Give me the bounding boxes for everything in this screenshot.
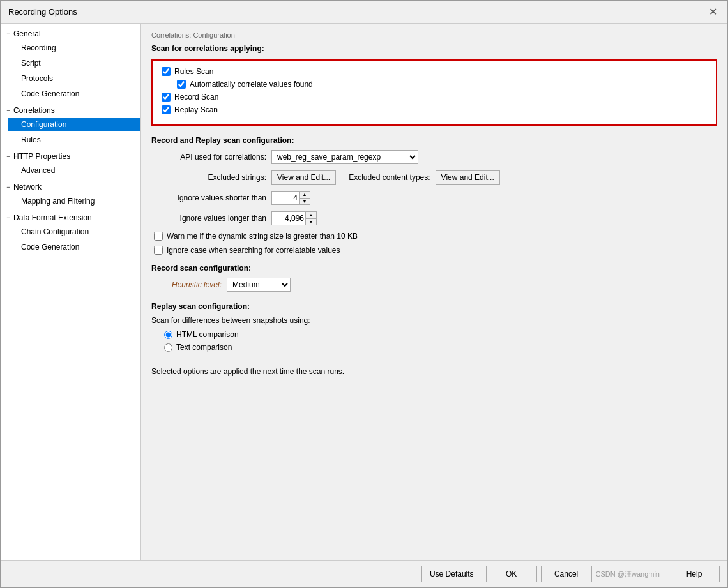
sidebar-item-advanced[interactable]: Advanced bbox=[8, 163, 140, 178]
sidebar-item-general[interactable]: − General Recording Script Protocols Cod… bbox=[1, 26, 140, 103]
ignore-shorter-down[interactable]: ▼ bbox=[300, 199, 310, 205]
record-scan-config-title: Record scan configuration: bbox=[151, 264, 717, 273]
ignore-longer-input[interactable] bbox=[271, 211, 306, 225]
heuristic-label: Heuristic level: bbox=[151, 280, 222, 289]
sidebar-item-mapping-filtering[interactable]: Mapping and Filtering bbox=[8, 193, 140, 209]
scan-diff-label: Scan for differences between snapshots u… bbox=[151, 316, 717, 325]
content-area: − General Recording Script Protocols Cod… bbox=[1, 24, 727, 560]
html-comparison-radio[interactable] bbox=[164, 331, 172, 339]
warn-dynamic-checkbox[interactable] bbox=[154, 232, 163, 241]
sidebar-item-recording[interactable]: Recording bbox=[8, 40, 140, 56]
cancel-button[interactable]: Cancel bbox=[541, 566, 592, 582]
panel-group-title: Correlations: Configuration bbox=[151, 31, 717, 39]
sidebar-label-correlations: Correlations bbox=[13, 106, 55, 115]
ignore-case-label[interactable]: Ignore case when searching for correlata… bbox=[167, 246, 340, 255]
sidebar-label-network: Network bbox=[13, 183, 42, 192]
sidebar-item-configuration[interactable]: Configuration bbox=[8, 117, 140, 132]
sidebar-item-correlations[interactable]: − Correlations Configuration Rules bbox=[1, 103, 140, 149]
replay-scan-checkbox[interactable] bbox=[162, 105, 171, 114]
replay-scan-label[interactable]: Replay Scan bbox=[174, 105, 218, 114]
api-row: API used for correlations: web_reg_save_… bbox=[151, 150, 717, 164]
record-replay-section-title: Record and Replay scan configuration: bbox=[151, 136, 717, 145]
warn-dynamic-row: Warn me if the dynamic string size is gr… bbox=[154, 232, 717, 241]
excluded-strings-btn[interactable]: View and Edit... bbox=[271, 170, 336, 185]
sidebar-label-protocols: Protocols bbox=[21, 74, 53, 83]
sidebar-item-network[interactable]: − Network Mapping and Filtering bbox=[1, 179, 140, 210]
dialog-window: Recording Options ✕ − General Recording … bbox=[0, 0, 728, 588]
heuristic-select[interactable]: Low Medium High bbox=[227, 278, 291, 292]
rules-scan-row: Rules Scan bbox=[162, 67, 707, 76]
auto-correlate-label[interactable]: Automatically correlate values found bbox=[190, 80, 313, 89]
sidebar-label-rules: Rules bbox=[21, 135, 41, 144]
dialog-footer: Use Defaults OK Cancel CSDN @汪wangmin He… bbox=[1, 560, 727, 587]
replay-scan-config-title: Replay scan configuration: bbox=[151, 302, 717, 311]
sidebar-label-code-gen-gen: Code Generation bbox=[21, 89, 79, 98]
sidebar-label-general: General bbox=[13, 29, 41, 38]
ignore-shorter-row: Ignore values shorter than ▲ ▼ bbox=[151, 191, 717, 205]
sidebar-label-http-properties: HTTP Properties bbox=[13, 152, 70, 161]
ignore-longer-row: Ignore values longer than ▲ ▼ bbox=[151, 211, 717, 225]
sidebar-item-protocols[interactable]: Protocols bbox=[8, 71, 140, 86]
sidebar-item-script[interactable]: Script bbox=[8, 56, 140, 71]
watermark: CSDN @汪wangmin bbox=[596, 569, 660, 579]
highlight-box: Rules Scan Automatically correlate value… bbox=[151, 59, 717, 126]
help-button[interactable]: Help bbox=[669, 566, 720, 582]
sidebar-label-recording: Recording bbox=[21, 43, 56, 52]
sidebar-item-rules[interactable]: Rules bbox=[8, 132, 140, 147]
close-button[interactable]: ✕ bbox=[706, 5, 720, 19]
sidebar-label-code-gen-dfe: Code Generation bbox=[21, 243, 79, 252]
rules-scan-checkbox[interactable] bbox=[162, 67, 171, 76]
title-bar: Recording Options ✕ bbox=[1, 1, 727, 24]
record-scan-row: Record Scan bbox=[162, 93, 707, 102]
expander-http: − bbox=[3, 151, 13, 162]
excluded-strings-row: Excluded strings: View and Edit... Exclu… bbox=[151, 170, 717, 185]
sidebar-label-mapping-filtering: Mapping and Filtering bbox=[21, 197, 95, 206]
sidebar-item-data-format-ext[interactable]: − Data Format Extension Chain Configurat… bbox=[1, 210, 140, 256]
replay-scan-row: Replay Scan bbox=[162, 105, 707, 114]
sidebar-label-configuration: Configuration bbox=[21, 120, 66, 129]
record-scan-checkbox[interactable] bbox=[162, 93, 171, 102]
expander-general: − bbox=[3, 29, 13, 39]
excluded-strings-label: Excluded strings: bbox=[151, 173, 266, 182]
ignore-shorter-input[interactable] bbox=[271, 191, 300, 205]
sidebar: − General Recording Script Protocols Cod… bbox=[1, 24, 141, 560]
record-scan-label[interactable]: Record Scan bbox=[174, 93, 218, 102]
excluded-content-btn[interactable]: View and Edit... bbox=[436, 170, 500, 185]
sidebar-label-advanced: Advanced bbox=[21, 166, 55, 175]
warn-dynamic-label[interactable]: Warn me if the dynamic string size is gr… bbox=[167, 232, 358, 241]
html-comparison-row: HTML comparison bbox=[164, 330, 717, 339]
ignore-longer-down[interactable]: ▼ bbox=[306, 219, 316, 225]
ignore-longer-label: Ignore values longer than bbox=[151, 214, 266, 223]
ignore-longer-up[interactable]: ▲ bbox=[306, 212, 316, 219]
expander-correlations: − bbox=[3, 105, 13, 116]
sidebar-item-code-generation-gen[interactable]: Code Generation bbox=[8, 86, 140, 102]
ignore-shorter-spinner-buttons: ▲ ▼ bbox=[300, 191, 310, 205]
auto-correlate-checkbox[interactable] bbox=[177, 80, 186, 89]
text-comparison-row: Text comparison bbox=[164, 343, 717, 352]
scan-section-title: Scan for correlations applying: bbox=[151, 44, 717, 53]
api-select[interactable]: web_reg_save_param_regexp web_reg_save_p… bbox=[271, 150, 418, 164]
sidebar-item-chain-configuration[interactable]: Chain Configuration bbox=[8, 224, 140, 239]
use-defaults-button[interactable]: Use Defaults bbox=[421, 566, 482, 582]
excluded-content-label: Excluded content types: bbox=[349, 173, 430, 182]
ignore-shorter-spinner: ▲ ▼ bbox=[271, 191, 310, 205]
footer-note: Selected options are applied the next ti… bbox=[151, 367, 717, 376]
ignore-longer-spinner: ▲ ▼ bbox=[271, 211, 317, 225]
text-comparison-radio[interactable] bbox=[164, 343, 172, 352]
sidebar-label-script: Script bbox=[21, 59, 41, 68]
text-comparison-label[interactable]: Text comparison bbox=[176, 343, 232, 352]
rules-scan-label[interactable]: Rules Scan bbox=[174, 67, 213, 76]
html-comparison-label[interactable]: HTML comparison bbox=[176, 330, 239, 339]
main-panel: Correlations: Configuration Scan for cor… bbox=[141, 24, 727, 560]
expander-dfe: − bbox=[3, 213, 13, 223]
sidebar-item-code-generation-dfe[interactable]: Code Generation bbox=[8, 239, 140, 255]
ignore-case-checkbox[interactable] bbox=[154, 246, 163, 255]
ignore-shorter-label: Ignore values shorter than bbox=[151, 193, 266, 202]
ignore-longer-spinner-buttons: ▲ ▼ bbox=[306, 211, 317, 225]
sidebar-item-http-properties[interactable]: − HTTP Properties Advanced bbox=[1, 149, 140, 179]
expander-network: − bbox=[3, 182, 13, 192]
ignore-shorter-up[interactable]: ▲ bbox=[300, 192, 310, 199]
heuristic-row: Heuristic level: Low Medium High bbox=[151, 278, 717, 292]
ok-button[interactable]: OK bbox=[486, 566, 537, 582]
dialog-title: Recording Options bbox=[8, 7, 77, 17]
